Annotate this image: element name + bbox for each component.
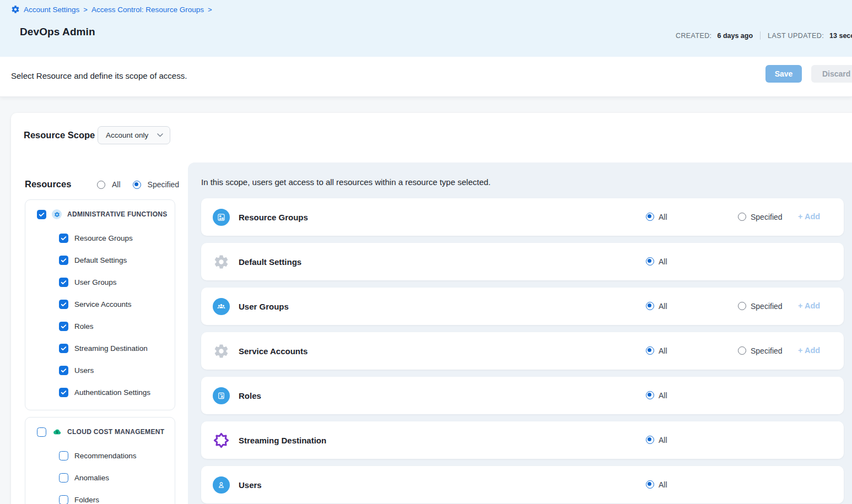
group-checkbox[interactable] — [37, 427, 46, 437]
group-checkbox[interactable] — [37, 210, 46, 219]
resource-group-card: $ CLOUD COST MANAGEMENT Recommendations … — [25, 417, 175, 504]
record-meta: CREATED: 6 days ago LAST UPDATED: 13 sec… — [676, 31, 852, 40]
all-radio-label: All — [659, 436, 667, 445]
resources-panel-title: Resources — [25, 179, 71, 189]
all-radio[interactable] — [646, 480, 654, 489]
resource-checkbox-item[interactable]: Streaming Destination — [25, 337, 175, 359]
row-title: Default Settings — [239, 257, 301, 267]
item-label: Users — [74, 366, 94, 375]
item-label: Authentication Settings — [74, 388, 150, 397]
resource-rows: Resource Groups All Specified + Add Defa… — [201, 198, 844, 503]
breadcrumb-link-access-control[interactable]: Access Control: Resource Groups — [91, 6, 204, 14]
page-header: Account Settings > Access Control: Resou… — [0, 0, 852, 57]
add-button[interactable]: + Add — [798, 346, 820, 355]
item-checkbox[interactable] — [59, 256, 68, 265]
specified-radio[interactable] — [738, 213, 746, 221]
row-title: Resource Groups — [239, 213, 308, 222]
specified-radio[interactable] — [738, 346, 746, 355]
row-title: Users — [239, 480, 262, 490]
admin-gear-icon — [52, 209, 62, 219]
group-label: ADMINISTRATIVE FUNCTIONS — [67, 210, 168, 218]
all-radio[interactable] — [646, 213, 654, 221]
item-checkbox[interactable] — [59, 388, 68, 397]
breadcrumb-separator: > — [83, 6, 88, 14]
item-checkbox[interactable] — [59, 473, 68, 483]
resource-groups-icon — [213, 209, 230, 226]
item-checkbox[interactable] — [59, 322, 68, 331]
resource-row: Streaming Destination All — [201, 421, 844, 459]
last-updated-value: 13 seconds ago — [829, 32, 852, 40]
resource-row: Resource Groups All Specified + Add — [201, 198, 844, 236]
resource-checkbox-item[interactable]: User Groups — [25, 271, 175, 293]
add-button[interactable]: + Add — [798, 301, 820, 310]
item-label: Roles — [74, 322, 94, 330]
group-items: Recommendations Anomalies Folders — [25, 445, 175, 504]
resource-row: Roles All — [201, 377, 844, 414]
breadcrumb-link-account-settings[interactable]: Account Settings — [24, 6, 79, 14]
group-items: Resource Groups Default Settings User Gr… — [25, 227, 175, 410]
all-radio[interactable] — [646, 302, 654, 310]
specified-radio[interactable] — [738, 302, 746, 310]
item-checkbox[interactable] — [59, 234, 68, 243]
discard-button[interactable]: Discard — [811, 65, 852, 83]
resource-checkbox-item[interactable]: Service Accounts — [25, 293, 175, 315]
settings-gear-icon — [213, 343, 230, 360]
all-radio[interactable] — [646, 257, 654, 265]
item-label: Service Accounts — [74, 300, 132, 308]
settings-gear-icon — [213, 253, 230, 270]
resource-group-card: ADMINISTRATIVE FUNCTIONS Resource Groups… — [25, 199, 175, 410]
resource-scope-dropdown[interactable]: Account only — [98, 126, 170, 144]
item-label: Default Settings — [74, 256, 127, 264]
all-radio-label: All — [659, 302, 667, 311]
resource-checkbox-item[interactable]: Default Settings — [25, 249, 175, 271]
user-icon — [213, 476, 230, 494]
breadcrumb-separator: > — [208, 6, 212, 14]
resources-scope-radios: All Specified — [97, 180, 185, 189]
row-title: Service Accounts — [239, 346, 308, 356]
item-checkbox[interactable] — [59, 278, 68, 287]
resource-checkbox-item[interactable]: Resource Groups — [25, 227, 175, 249]
resource-group-header: $ CLOUD COST MANAGEMENT — [25, 418, 175, 445]
item-label: Streaming Destination — [74, 344, 148, 353]
all-radio[interactable] — [646, 391, 654, 399]
item-checkbox[interactable] — [59, 344, 68, 353]
item-checkbox[interactable] — [59, 495, 68, 504]
add-button[interactable]: + Add — [798, 212, 820, 221]
resource-checkbox-item[interactable]: Users — [25, 359, 175, 381]
settings-gear-icon — [11, 5, 20, 14]
resource-scope-label: Resource Scope — [24, 130, 95, 140]
all-radio[interactable] — [646, 436, 654, 444]
item-label: Folders — [74, 496, 99, 504]
item-label: Resource Groups — [74, 234, 133, 242]
cloud-dollar-icon: $ — [52, 427, 62, 437]
item-checkbox[interactable] — [59, 300, 68, 309]
resource-checkbox-item[interactable]: Recommendations — [25, 445, 175, 467]
item-label: Anomalies — [74, 474, 109, 482]
item-checkbox[interactable] — [59, 451, 68, 460]
resource-checkbox-item[interactable]: Anomalies — [25, 467, 175, 489]
resource-checkbox-item[interactable]: Roles — [25, 315, 175, 337]
created-value: 6 days ago — [717, 32, 753, 40]
specified-radio-label: Specified — [751, 213, 783, 221]
all-radio-label: All — [659, 213, 667, 221]
item-checkbox[interactable] — [59, 366, 68, 375]
group-label: CLOUD COST MANAGEMENT — [67, 428, 164, 436]
roles-badge-icon — [213, 387, 230, 404]
all-radio[interactable] — [646, 346, 654, 355]
resource-checkbox-item[interactable]: Folders — [25, 489, 175, 504]
resources-specified-label: Specified — [148, 180, 180, 189]
action-toolbar: Select Resource and define its scope of … — [0, 57, 852, 97]
item-label: Recommendations — [74, 452, 137, 460]
row-title: Roles — [239, 391, 261, 400]
resource-row: Default Settings All — [201, 243, 844, 280]
resource-row: Service Accounts All Specified + Add — [201, 332, 844, 370]
resources-all-label: All — [112, 180, 121, 189]
streaming-destination-icon — [213, 432, 230, 449]
all-radio-label: All — [659, 346, 667, 355]
resources-specified-radio[interactable] — [133, 181, 141, 189]
save-button[interactable]: Save — [765, 65, 802, 83]
breadcrumb: Account Settings > Access Control: Resou… — [11, 5, 212, 14]
resource-checkbox-item[interactable]: Authentication Settings — [25, 381, 175, 403]
specified-radio-label: Specified — [751, 302, 783, 311]
resources-all-radio[interactable] — [97, 181, 105, 189]
